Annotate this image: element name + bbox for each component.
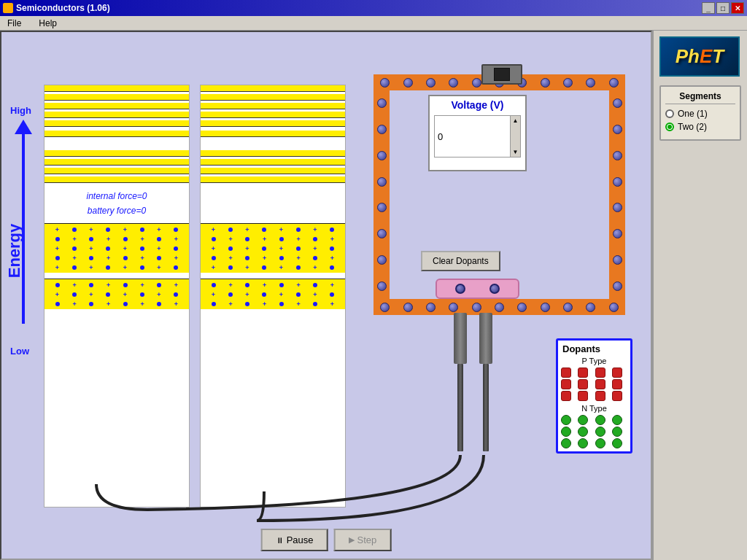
step-icon: ▶: [349, 535, 355, 545]
title-bar: Semiconductors (1.06) _ □ ✕: [0, 0, 747, 16]
voltage-meter: Voltage (V) ▲ ▼ 0: [428, 95, 527, 171]
low-label: Low: [10, 346, 29, 357]
battery-force-label: battery force=0: [88, 206, 146, 216]
simulation-area: High Low Energy: [0, 31, 652, 560]
energy-label: Energy: [5, 224, 24, 279]
probe-left: [454, 313, 467, 451]
internal-force-label: internal force=0: [86, 191, 147, 201]
pause-icon: ⏸: [276, 536, 284, 545]
dopants-panel: Dopants P Type N Type: [556, 338, 632, 454]
n-dopant[interactable]: [561, 415, 571, 425]
left-band-panel: internal force=0 battery force=0 + + + +…: [44, 85, 190, 508]
window-controls: _ □ ✕: [702, 2, 744, 14]
segments-title: Segments: [665, 91, 735, 104]
maximize-button[interactable]: □: [716, 2, 729, 14]
step-button[interactable]: ▶ Step: [334, 529, 392, 551]
n-type-label: N Type: [561, 404, 627, 413]
dopants-title: Dopants: [561, 343, 627, 354]
high-label: High: [10, 105, 31, 116]
scroll-up-arrow[interactable]: ▲: [513, 117, 519, 124]
app-icon: [3, 3, 13, 13]
segment-one-label: One (1): [678, 109, 708, 119]
circuit-frame: Voltage (V) ▲ ▼ 0 Clear Dopants: [374, 74, 625, 315]
voltage-title: Voltage (V): [430, 96, 525, 114]
segments-panel: Segments One (1) Two (2): [659, 85, 741, 141]
segment-one-option[interactable]: One (1): [665, 109, 735, 119]
close-button[interactable]: ✕: [731, 2, 744, 14]
menu-bar: File Help: [0, 16, 747, 31]
scroll-down-arrow[interactable]: ▼: [513, 149, 519, 155]
segment-two-label: Two (2): [678, 122, 707, 132]
p-type-label: P Type: [561, 357, 627, 365]
right-band-panel: + + + + + + + + + + + + +: [200, 85, 346, 508]
probe-ball-right: [489, 284, 500, 294]
help-menu[interactable]: Help: [34, 17, 61, 30]
segment-two-option[interactable]: Two (2): [665, 122, 735, 132]
battery-switch[interactable]: [481, 64, 522, 85]
probe-right: [479, 313, 492, 451]
probe-connector: [436, 279, 523, 304]
phet-logo: PhET: [659, 36, 740, 77]
window-title: Semiconductors (1.06): [16, 3, 110, 13]
p-dopant[interactable]: [561, 368, 571, 378]
file-menu[interactable]: File: [3, 17, 26, 30]
voltage-value: 0: [438, 131, 443, 142]
bottom-controls: ⏸ Pause ▶ Step: [261, 529, 392, 551]
segment-one-radio[interactable]: [665, 109, 674, 118]
right-panel: PhET Segments One (1) Two (2): [652, 31, 747, 560]
pause-button[interactable]: ⏸ Pause: [261, 529, 328, 551]
clear-dopants-button[interactable]: Clear Dopants: [421, 251, 500, 271]
segment-two-radio[interactable]: [665, 122, 674, 131]
probe-ball-left: [455, 284, 465, 294]
minimize-button[interactable]: _: [702, 2, 715, 14]
